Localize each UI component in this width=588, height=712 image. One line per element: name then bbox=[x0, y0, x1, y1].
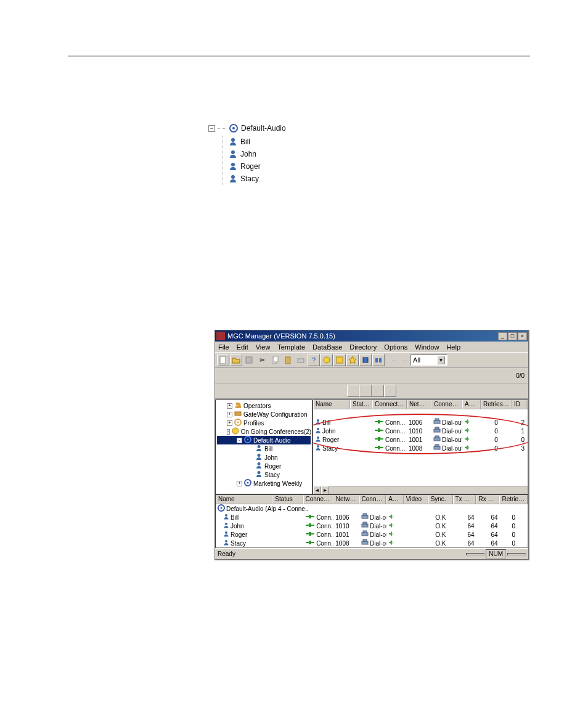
tbtn-19[interactable] bbox=[450, 369, 462, 382]
copy-button[interactable] bbox=[269, 354, 281, 366]
tbtn-12[interactable] bbox=[357, 369, 369, 382]
close-button[interactable]: × bbox=[518, 332, 527, 340]
tbtn-1[interactable] bbox=[217, 369, 229, 382]
center-btn-4[interactable] bbox=[384, 385, 396, 397]
tbtn-13[interactable] bbox=[370, 369, 382, 382]
menu-template[interactable]: Template bbox=[276, 343, 306, 351]
column-header[interactable]: Sync. bbox=[428, 495, 453, 504]
table-row[interactable]: StacyConn...1008Dial-out03 bbox=[313, 444, 528, 452]
tree-node[interactable]: +Profiles bbox=[217, 419, 311, 427]
maximize-button[interactable]: □ bbox=[508, 332, 517, 340]
column-header[interactable]: Connection bbox=[303, 495, 333, 504]
tbtn-20[interactable] bbox=[463, 369, 475, 382]
minimize-button[interactable]: _ bbox=[498, 332, 507, 340]
column-header[interactable]: Network+... bbox=[407, 400, 431, 409]
tbtn-10[interactable] bbox=[332, 369, 344, 382]
toolbar-btn-b[interactable] bbox=[333, 354, 346, 366]
tbtn-9[interactable] bbox=[319, 369, 331, 382]
save-button[interactable] bbox=[243, 354, 255, 366]
tbtn-5[interactable] bbox=[268, 369, 280, 382]
collapse-icon[interactable]: - bbox=[237, 438, 242, 443]
tree-node[interactable]: Roger bbox=[217, 462, 311, 470]
tree-node[interactable]: +Marketing Weekly bbox=[217, 479, 311, 488]
column-header[interactable]: Name bbox=[313, 400, 350, 409]
column-header[interactable]: Video bbox=[404, 495, 428, 504]
column-header[interactable]: Audio bbox=[462, 400, 481, 409]
tbtn-21[interactable] bbox=[475, 369, 488, 382]
menu-database[interactable]: DataBase bbox=[311, 343, 343, 351]
tree-node[interactable]: Stacy bbox=[217, 470, 311, 479]
expand-icon[interactable]: + bbox=[227, 420, 232, 426]
center-btn-2[interactable] bbox=[359, 385, 372, 397]
table-row[interactable]: JohnConn...1010Dial-out01 bbox=[313, 427, 528, 435]
tbtn-16[interactable] bbox=[412, 369, 424, 382]
column-header[interactable]: Connection bbox=[372, 400, 407, 409]
tbtn-22[interactable] bbox=[488, 369, 500, 382]
collapse-icon[interactable]: - bbox=[227, 429, 230, 435]
toolbar-btn-d[interactable] bbox=[359, 354, 372, 366]
toolbar-btn-a[interactable] bbox=[321, 354, 333, 366]
tbtn-17[interactable] bbox=[425, 369, 437, 382]
center-btn-1[interactable] bbox=[347, 385, 359, 397]
print-button[interactable] bbox=[295, 354, 307, 366]
horizontal-scrollbar[interactable]: ◄ ► bbox=[313, 486, 528, 494]
column-header[interactable]: Connectio... bbox=[359, 495, 386, 504]
tbtn-23[interactable] bbox=[501, 369, 513, 382]
tree-node[interactable]: John bbox=[217, 453, 311, 462]
scroll-left-icon[interactable]: ◄ bbox=[313, 486, 321, 494]
menu-view[interactable]: View bbox=[255, 343, 272, 351]
tbtn-11[interactable] bbox=[344, 369, 356, 382]
column-header[interactable]: Status bbox=[272, 495, 303, 504]
monitor-pane[interactable]: NameStatusConnectionNetwork+...Connectio… bbox=[215, 494, 528, 548]
tbtn-18[interactable] bbox=[438, 369, 450, 382]
tbtn-6[interactable] bbox=[280, 369, 293, 382]
menu-help[interactable]: Help bbox=[445, 343, 462, 351]
new-button[interactable] bbox=[217, 354, 229, 366]
expand-icon[interactable]: + bbox=[227, 403, 232, 409]
table-row[interactable]: RogerConn...1001Dial-out00 bbox=[313, 435, 528, 444]
monitor-row[interactable]: JohnConn...1010Dial-outO.K64640 bbox=[216, 522, 528, 530]
toolbar-btn-e[interactable] bbox=[372, 354, 385, 366]
column-header[interactable]: Connectio... bbox=[431, 400, 462, 409]
column-header[interactable]: Audio bbox=[386, 495, 404, 504]
tree-node[interactable]: +Operators bbox=[217, 401, 311, 410]
expand-icon[interactable]: + bbox=[227, 412, 232, 417]
tree-node[interactable]: -On Going Conferences(2) bbox=[217, 427, 311, 436]
toolbar-btn-c[interactable] bbox=[346, 354, 359, 366]
tree-node[interactable]: -Default-Audio bbox=[217, 436, 311, 444]
column-header[interactable]: Name bbox=[216, 495, 272, 504]
monitor-row[interactable]: BillConn...1006Dial-outO.K64640 bbox=[216, 513, 528, 522]
table-row[interactable]: BillConn...1006Dial-out02 bbox=[313, 418, 528, 427]
tbtn-15[interactable] bbox=[395, 369, 407, 382]
cut-button[interactable]: ✂ bbox=[256, 354, 268, 366]
tbtn-2[interactable] bbox=[230, 369, 242, 382]
center-btn-3[interactable] bbox=[372, 385, 384, 397]
menu-window[interactable]: Window bbox=[414, 343, 440, 351]
menu-directory[interactable]: Directory bbox=[348, 343, 378, 351]
tree-pane[interactable]: +Operators+GateWay Configuration+Profile… bbox=[215, 399, 312, 494]
column-header[interactable]: ID bbox=[512, 400, 526, 409]
column-header[interactable]: Status bbox=[350, 400, 372, 409]
help-button[interactable]: ? bbox=[308, 354, 320, 366]
paste-button[interactable] bbox=[282, 354, 294, 366]
column-header[interactable]: Network+... bbox=[333, 495, 359, 504]
tbtn-8[interactable] bbox=[306, 369, 318, 382]
column-header[interactable]: Tx Rate bbox=[453, 495, 476, 504]
menu-options[interactable]: Options bbox=[383, 343, 409, 351]
scroll-right-icon[interactable]: ► bbox=[321, 486, 329, 494]
column-header[interactable]: Rx Rate bbox=[476, 495, 499, 504]
tbtn-7[interactable] bbox=[293, 369, 306, 382]
menu-file[interactable]: File bbox=[217, 343, 231, 351]
tbtn-4[interactable] bbox=[255, 369, 267, 382]
list-pane[interactable]: NameStatusConnectionNetwork+...Connectio… bbox=[312, 399, 528, 494]
expand-icon[interactable]: + bbox=[237, 481, 242, 486]
open-button[interactable] bbox=[230, 354, 242, 366]
tbtn-14[interactable] bbox=[382, 369, 394, 382]
monitor-title-row[interactable]: Default-Audio (Alpha 1 E...4 - Conne... bbox=[216, 504, 528, 513]
column-header[interactable]: Retries Left bbox=[499, 495, 527, 504]
filter-select[interactable]: All ▼ bbox=[410, 354, 447, 366]
tbtn-3[interactable] bbox=[242, 369, 255, 382]
tree-node[interactable]: Bill bbox=[217, 444, 311, 453]
column-header[interactable]: Retries Left bbox=[481, 400, 512, 409]
monitor-row[interactable]: StacyConn...1008Dial-outO.K64640 bbox=[216, 539, 528, 547]
